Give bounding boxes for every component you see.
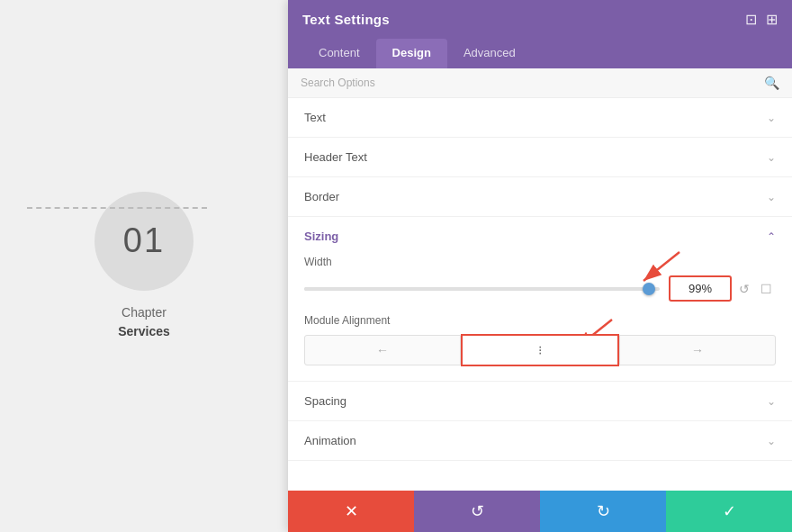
save-button[interactable]: ✓ (666, 491, 792, 532)
section-border-label: Border (304, 190, 339, 203)
section-text-label: Text (304, 111, 326, 124)
section-animation-label: Animation (304, 434, 356, 447)
width-input[interactable] (669, 275, 732, 302)
chevron-sizing: ⌃ (767, 230, 776, 243)
tab-content[interactable]: Content (302, 39, 376, 68)
tab-advanced[interactable]: Advanced (447, 39, 532, 68)
dotted-divider (27, 207, 207, 209)
section-spacing[interactable]: Spacing ⌄ (288, 382, 792, 421)
section-spacing-label: Spacing (304, 394, 346, 408)
align-right-btn[interactable]: → (619, 335, 776, 365)
alignment-label: Module Alignment (304, 314, 776, 327)
align-left-btn[interactable]: ← (304, 335, 461, 365)
settings-panel: Text Settings ⊡ ⊞ Content Design Advance… (288, 0, 792, 532)
panel-tabs: Content Design Advanced (288, 39, 792, 68)
slider-fill (304, 287, 656, 291)
chapter-circle: 01 (94, 192, 194, 291)
sizing-header[interactable]: Sizing ⌃ (288, 217, 792, 256)
width-row: ↺ ☐ (304, 275, 776, 302)
search-label: Search Options (301, 77, 375, 89)
header-icons: ⊡ ⊞ (745, 11, 778, 28)
panel-title: Text Settings (302, 12, 390, 27)
panel-content: Text ⌄ Header Text ⌄ Border ⌄ Sizing ⌃ W… (288, 98, 792, 491)
chevron-spacing: ⌄ (767, 395, 776, 408)
chevron-border: ⌄ (767, 191, 776, 203)
search-bar: Search Options 🔍 (288, 68, 792, 98)
sizing-label: Sizing (304, 230, 338, 243)
chevron-text: ⌄ (767, 112, 776, 124)
device-icon[interactable]: ☐ (757, 278, 776, 300)
section-header-text[interactable]: Header Text ⌄ (288, 138, 792, 177)
section-header-text-label: Header Text (304, 150, 367, 164)
redo-button[interactable]: ↻ (540, 491, 666, 532)
width-input-group: ↺ ☐ (669, 275, 776, 302)
reset-button[interactable]: ↺ (414, 491, 540, 532)
chevron-animation: ⌄ (767, 435, 776, 447)
tab-design[interactable]: Design (376, 39, 447, 68)
chevron-header: ⌄ (767, 151, 776, 164)
slider-thumb[interactable] (643, 283, 655, 295)
layout-icon[interactable]: ⊞ (766, 11, 778, 28)
left-panel: 01 Chapter Services (0, 0, 288, 532)
align-center-btn[interactable]: ⁝ (461, 334, 619, 366)
cancel-button[interactable]: ✕ (288, 491, 414, 532)
section-border[interactable]: Border ⌄ (288, 177, 792, 217)
section-text[interactable]: Text ⌄ (288, 98, 792, 138)
search-icon[interactable]: 🔍 (764, 76, 779, 90)
panel-header: Text Settings ⊡ ⊞ (288, 0, 792, 39)
width-slider[interactable] (304, 287, 660, 291)
sizing-content: Width ↺ ☐ Module Alignment ← (288, 256, 792, 381)
chapter-label: Chapter Services (118, 303, 170, 341)
panel-footer: ✕ ↺ ↻ ✓ (288, 491, 792, 532)
section-animation[interactable]: Animation ⌄ (288, 421, 792, 461)
section-sizing: Sizing ⌃ Width ↺ ☐ (288, 217, 792, 382)
alignment-row: ← ⁝ → (304, 334, 776, 366)
reset-icon[interactable]: ↺ (735, 278, 753, 300)
fullscreen-icon[interactable]: ⊡ (745, 11, 757, 28)
width-label: Width (304, 256, 776, 268)
chapter-number: 01 (123, 221, 165, 260)
